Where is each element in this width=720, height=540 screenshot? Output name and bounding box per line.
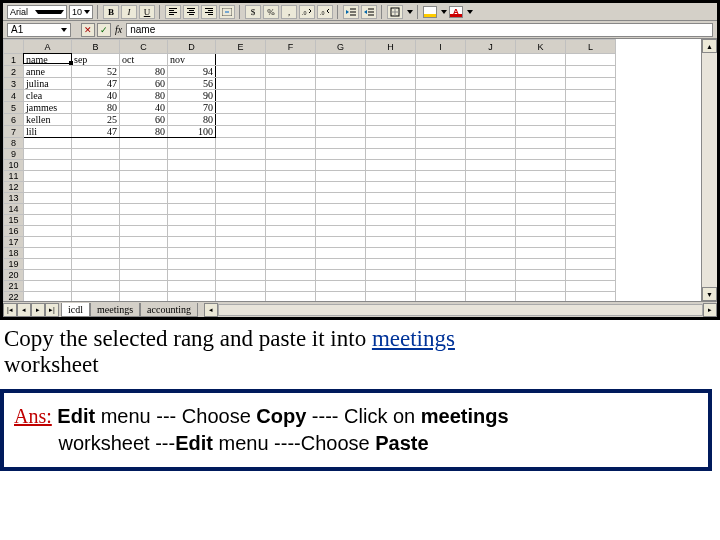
col-header[interactable]: K [516, 40, 566, 54]
cell[interactable] [466, 171, 516, 182]
vertical-scrollbar[interactable]: ▲ ▼ [701, 39, 717, 301]
bold-button[interactable]: B [103, 5, 119, 19]
cell[interactable] [366, 292, 416, 302]
cell[interactable] [466, 126, 516, 138]
cell[interactable]: 52 [72, 66, 120, 78]
cell[interactable] [266, 226, 316, 237]
chevron-down-icon[interactable] [441, 10, 447, 14]
cell[interactable] [266, 193, 316, 204]
cell[interactable] [168, 204, 216, 215]
cell[interactable] [516, 226, 566, 237]
cell[interactable] [168, 171, 216, 182]
row-header[interactable]: 6 [4, 114, 24, 126]
cell[interactable] [216, 149, 266, 160]
col-header[interactable]: E [216, 40, 266, 54]
cell[interactable] [366, 160, 416, 171]
cell[interactable] [516, 281, 566, 292]
cell[interactable]: clea [24, 90, 72, 102]
cell[interactable] [120, 182, 168, 193]
cell[interactable] [516, 270, 566, 281]
cell[interactable] [516, 66, 566, 78]
cell[interactable] [416, 248, 466, 259]
fill-color-button[interactable] [423, 6, 437, 18]
cell[interactable] [266, 204, 316, 215]
cell[interactable] [316, 270, 366, 281]
cell[interactable] [168, 281, 216, 292]
select-all-corner[interactable] [4, 40, 24, 54]
cell[interactable] [168, 138, 216, 149]
sheet-tab-accounting[interactable]: accounting [140, 303, 198, 317]
col-header[interactable]: H [366, 40, 416, 54]
cancel-icon[interactable]: ✕ [81, 23, 95, 37]
cell[interactable] [416, 270, 466, 281]
cell[interactable] [24, 204, 72, 215]
cell[interactable] [566, 237, 616, 248]
col-header[interactable]: G [316, 40, 366, 54]
cell[interactable] [266, 54, 316, 66]
cell[interactable]: 40 [72, 90, 120, 102]
cell[interactable] [516, 259, 566, 270]
cell[interactable] [316, 102, 366, 114]
cell[interactable]: 80 [120, 126, 168, 138]
cell[interactable] [168, 149, 216, 160]
cell[interactable] [466, 226, 516, 237]
cell[interactable] [266, 182, 316, 193]
cell[interactable]: 100 [168, 126, 216, 138]
cell[interactable] [516, 114, 566, 126]
scroll-track[interactable] [702, 53, 717, 287]
row-header[interactable]: 19 [4, 259, 24, 270]
cell[interactable] [466, 66, 516, 78]
borders-button[interactable] [387, 5, 403, 19]
cell[interactable] [216, 78, 266, 90]
col-header[interactable]: J [466, 40, 516, 54]
cell[interactable]: 47 [72, 78, 120, 90]
cell[interactable] [316, 171, 366, 182]
cell[interactable] [466, 193, 516, 204]
cell[interactable] [216, 138, 266, 149]
cell[interactable] [168, 248, 216, 259]
cell[interactable] [216, 292, 266, 302]
font-color-button[interactable]: A [449, 6, 463, 18]
col-header[interactable]: I [416, 40, 466, 54]
fx-icon[interactable]: fx [115, 24, 122, 35]
cell[interactable]: kellen [24, 114, 72, 126]
cell[interactable] [24, 292, 72, 302]
scroll-left-icon[interactable]: ◂ [204, 303, 218, 317]
chevron-down-icon[interactable] [407, 10, 413, 14]
row-header[interactable]: 13 [4, 193, 24, 204]
prev-tab-icon[interactable]: ◂ [17, 303, 31, 317]
cell[interactable] [366, 237, 416, 248]
align-right-button[interactable] [201, 5, 217, 19]
cell[interactable] [266, 102, 316, 114]
formula-input[interactable]: name [126, 23, 713, 37]
cell[interactable] [120, 171, 168, 182]
cell[interactable] [216, 248, 266, 259]
cell[interactable] [566, 248, 616, 259]
name-box[interactable]: A1 [7, 23, 71, 37]
cell[interactable] [72, 193, 120, 204]
cell[interactable] [416, 281, 466, 292]
cell[interactable] [120, 193, 168, 204]
cell[interactable] [366, 182, 416, 193]
cell[interactable] [24, 171, 72, 182]
cell[interactable] [168, 237, 216, 248]
cell[interactable] [516, 78, 566, 90]
cell[interactable] [120, 270, 168, 281]
cell[interactable] [266, 138, 316, 149]
cell[interactable] [168, 182, 216, 193]
cell[interactable] [316, 193, 366, 204]
cell[interactable] [566, 78, 616, 90]
cell[interactable] [366, 66, 416, 78]
cell[interactable] [516, 193, 566, 204]
cell[interactable] [516, 182, 566, 193]
cell[interactable] [366, 226, 416, 237]
cell[interactable] [566, 160, 616, 171]
cell[interactable] [566, 292, 616, 302]
cell[interactable] [316, 281, 366, 292]
cell[interactable]: 80 [72, 102, 120, 114]
cell[interactable] [466, 54, 516, 66]
comma-button[interactable]: , [281, 5, 297, 19]
cell[interactable] [366, 149, 416, 160]
cell[interactable] [416, 78, 466, 90]
next-tab-icon[interactable]: ▸ [31, 303, 45, 317]
